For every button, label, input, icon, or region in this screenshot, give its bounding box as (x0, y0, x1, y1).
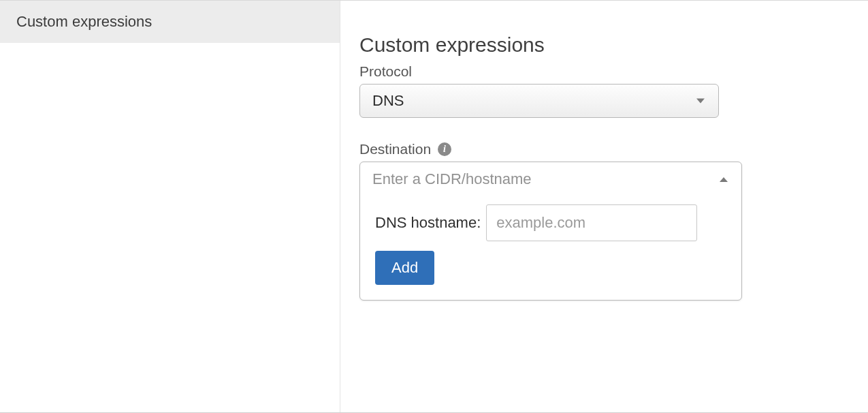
hostname-row: DNS hostname: (375, 204, 726, 241)
page-title: Custom expressions (359, 33, 849, 57)
chevron-down-icon (696, 99, 705, 104)
sidebar: Custom expressions (0, 1, 340, 412)
protocol-selected-value: DNS (372, 92, 404, 110)
destination-placeholder: Enter a CIDR/hostname (372, 170, 532, 188)
protocol-label: Protocol (359, 63, 849, 80)
dns-hostname-label: DNS hostname: (375, 214, 481, 232)
add-button[interactable]: Add (375, 251, 434, 285)
destination-label-row: Destination i (359, 141, 849, 157)
destination-label: Destination (359, 141, 431, 157)
destination-body: DNS hostname: Add (360, 195, 741, 300)
chevron-up-icon (720, 177, 728, 182)
sidebar-item-custom-expressions[interactable]: Custom expressions (0, 1, 340, 43)
page-root: Custom expressions Custom expressions Pr… (0, 0, 868, 413)
protocol-select-wrap: DNS (359, 84, 719, 118)
info-icon[interactable]: i (438, 142, 451, 156)
dns-hostname-input[interactable] (486, 204, 697, 241)
destination-panel: Enter a CIDR/hostname DNS hostname: Add (359, 162, 742, 301)
protocol-select[interactable]: DNS (359, 84, 719, 118)
main-content: Custom expressions Protocol DNS Destinat… (340, 1, 868, 412)
destination-input[interactable]: Enter a CIDR/hostname (360, 162, 741, 195)
